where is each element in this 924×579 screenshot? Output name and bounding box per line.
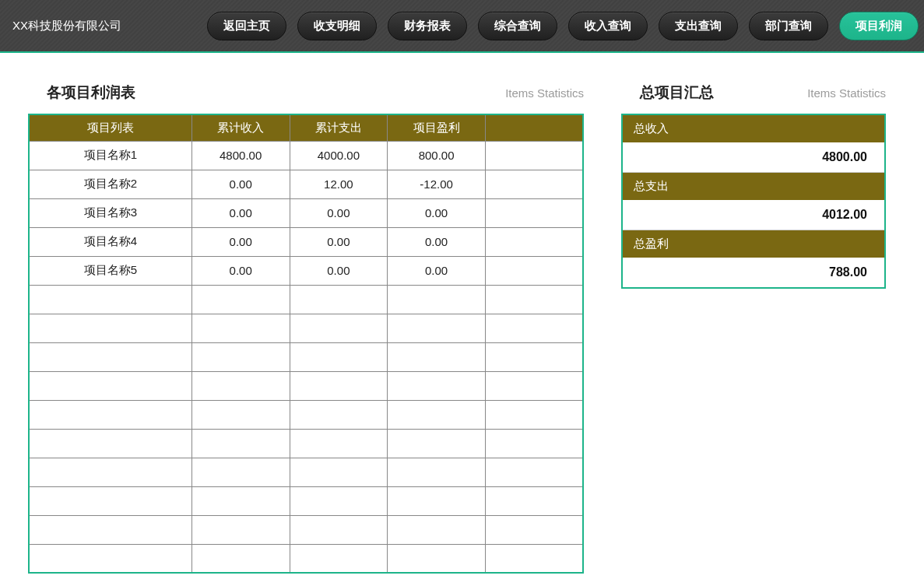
left-panel-title: 各项目利润表 xyxy=(47,82,135,103)
cell: 项目名称3 xyxy=(29,198,191,227)
right-panel-title: 总项目汇总 xyxy=(640,82,714,103)
cell-empty xyxy=(29,458,191,486)
cell-empty xyxy=(191,371,290,400)
cell xyxy=(485,198,583,227)
table-row-empty xyxy=(29,544,583,573)
table-row[interactable]: 项目名称14800.004000.00800.00 xyxy=(29,141,583,170)
summary-value-0: 4800.00 xyxy=(623,142,884,173)
cell: 0.00 xyxy=(290,198,388,227)
cell-empty xyxy=(290,515,388,544)
cell: 800.00 xyxy=(388,141,486,170)
cell-empty xyxy=(485,544,583,573)
cell: 0.00 xyxy=(191,198,290,227)
cell-empty xyxy=(29,515,191,544)
cell-empty xyxy=(29,314,191,342)
cell: -12.00 xyxy=(388,170,486,198)
cell-empty xyxy=(290,400,388,429)
cell: 12.00 xyxy=(290,170,388,198)
table-row-empty xyxy=(29,400,583,429)
nav: 返回主页收支明细财务报表综合查询收入查询支出查询部门查询项目利润 xyxy=(207,12,919,40)
cell: 项目名称2 xyxy=(29,170,191,198)
cell-empty xyxy=(29,371,191,400)
table-row[interactable]: 项目名称50.000.000.00 xyxy=(29,256,583,285)
cell: 0.00 xyxy=(191,170,290,198)
cell-empty xyxy=(290,486,388,515)
cell-empty xyxy=(191,400,290,429)
cell-empty xyxy=(388,342,486,371)
nav-btn-2[interactable]: 财务报表 xyxy=(388,12,467,40)
nav-btn-4[interactable]: 收入查询 xyxy=(568,12,648,40)
cell-empty xyxy=(485,429,583,458)
table-row-empty xyxy=(29,314,583,342)
company-name: XX科技股份有限公司 xyxy=(12,19,121,33)
cell: 0.00 xyxy=(290,227,388,256)
profit-col-2: 累计支出 xyxy=(290,114,388,141)
table-row-empty xyxy=(29,342,583,371)
cell-empty xyxy=(388,400,486,429)
table-row-empty xyxy=(29,486,583,515)
cell-empty xyxy=(388,371,486,400)
nav-btn-1[interactable]: 收支明细 xyxy=(297,12,377,40)
nav-btn-0[interactable]: 返回主页 xyxy=(207,12,286,40)
left-panel-subtitle: Items Statistics xyxy=(505,86,584,100)
profit-col-4 xyxy=(485,114,583,141)
table-row[interactable]: 项目名称20.0012.00-12.00 xyxy=(29,170,583,198)
cell: 0.00 xyxy=(388,198,486,227)
cell-empty xyxy=(388,285,486,314)
cell-empty xyxy=(191,342,290,371)
nav-btn-7[interactable]: 项目利润 xyxy=(839,12,919,40)
table-row-empty xyxy=(29,515,583,544)
nav-btn-3[interactable]: 综合查询 xyxy=(478,12,557,40)
table-row-empty xyxy=(29,371,583,400)
cell-empty xyxy=(29,400,191,429)
cell-empty xyxy=(485,314,583,342)
right-panel-subtitle: Items Statistics xyxy=(807,86,886,100)
cell-empty xyxy=(485,285,583,314)
cell-empty xyxy=(191,285,290,314)
cell-empty xyxy=(191,515,290,544)
panel-summary: 总项目汇总 Items Statistics 总收入4800.00总支出4012… xyxy=(621,82,886,579)
cell xyxy=(485,227,583,256)
table-row[interactable]: 项目名称40.000.000.00 xyxy=(29,227,583,256)
cell-empty xyxy=(388,486,486,515)
cell: 4800.00 xyxy=(191,141,290,170)
profit-col-3: 项目盈利 xyxy=(388,114,486,141)
cell-empty xyxy=(29,285,191,314)
cell-empty xyxy=(29,544,191,573)
nav-btn-5[interactable]: 支出查询 xyxy=(659,12,738,40)
cell: 0.00 xyxy=(290,256,388,285)
cell-empty xyxy=(29,429,191,458)
summary-label-1: 总支出 xyxy=(623,173,884,200)
cell-empty xyxy=(191,314,290,342)
cell-empty xyxy=(29,486,191,515)
table-row[interactable]: 项目名称30.000.000.00 xyxy=(29,198,583,227)
cell-empty xyxy=(485,371,583,400)
content: 各项目利润表 Items Statistics 项目列表累计收入累计支出项目盈利… xyxy=(0,53,924,579)
cell-empty xyxy=(191,429,290,458)
cell-empty xyxy=(485,342,583,371)
profit-col-0: 项目列表 xyxy=(29,114,191,141)
cell xyxy=(485,141,583,170)
cell: 0.00 xyxy=(191,227,290,256)
cell-empty xyxy=(485,515,583,544)
cell-empty xyxy=(290,285,388,314)
profit-table: 项目列表累计收入累计支出项目盈利项目名称14800.004000.00800.0… xyxy=(28,114,584,574)
nav-btn-6[interactable]: 部门查询 xyxy=(749,12,828,40)
cell-empty xyxy=(191,458,290,486)
cell-empty xyxy=(290,458,388,486)
cell xyxy=(485,170,583,198)
cell: 4000.00 xyxy=(290,141,388,170)
cell-empty xyxy=(388,544,486,573)
profit-col-1: 累计收入 xyxy=(191,114,290,141)
cell-empty xyxy=(290,544,388,573)
cell: 0.00 xyxy=(388,256,486,285)
cell-empty xyxy=(388,458,486,486)
cell xyxy=(485,256,583,285)
cell: 项目名称5 xyxy=(29,256,191,285)
cell-empty xyxy=(388,515,486,544)
cell-empty xyxy=(290,371,388,400)
cell-empty xyxy=(191,544,290,573)
cell-empty xyxy=(191,486,290,515)
table-row-empty xyxy=(29,458,583,486)
cell: 项目名称4 xyxy=(29,227,191,256)
